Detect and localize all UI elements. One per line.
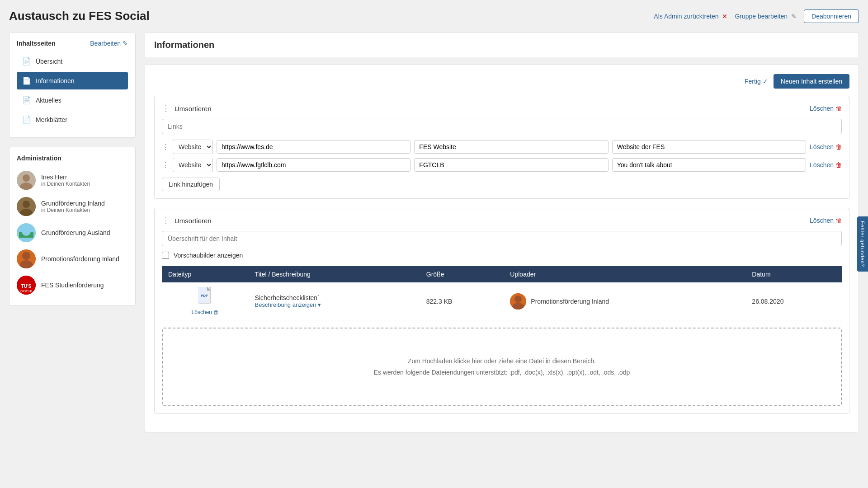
edit-icon: ✎ <box>123 40 128 47</box>
col-dateityp: Dateityp <box>162 266 249 282</box>
file-title-cell: Sicherheitschecklisten´ Beschreibung anz… <box>249 282 420 320</box>
svg-text:DOCH!: DOCH! <box>20 289 32 293</box>
sidebar-item-merkblatter[interactable]: 📄 Merkblätter <box>17 111 128 128</box>
uploader-info: Promotionsförderung Inland <box>510 293 739 310</box>
admin-item-ines[interactable]: Ines Herr in Deinen Kontakten <box>17 167 128 193</box>
link-title-input[interactable] <box>414 158 608 172</box>
upload-line1: Zum Hochladen klicke hier oder ziehe ein… <box>172 356 832 367</box>
group-edit-link[interactable]: Gruppe bearbeiten ✎ <box>735 13 797 20</box>
check-icon: ✓ <box>763 78 768 85</box>
sidebar-item-label: Informationen <box>36 77 75 84</box>
admin-name: Ines Herr <box>41 174 90 181</box>
admin-item-info: Promotionsförderung Inland <box>41 255 119 263</box>
drag-icon[interactable]: ⋮ <box>162 143 169 151</box>
admin-link[interactable]: Als Admin zurücktreten ✕ <box>654 13 727 20</box>
block-title-row: ⋮ Umsortieren <box>162 103 212 113</box>
link-url-input[interactable] <box>217 158 410 172</box>
col-grosse: Größe <box>420 266 504 282</box>
file-loeschen-cell: PDF Löschen 🗑 <box>168 287 242 315</box>
link-desc-input[interactable] <box>612 158 806 172</box>
uploader-cell: Promotionsförderung Inland <box>504 282 745 320</box>
content-block-links: ⋮ Umsortieren Löschen 🗑 ⋮ Website <box>154 96 849 199</box>
table-header-row: Dateityp Titel / Beschreibung Größe Uplo… <box>162 266 842 282</box>
vorschau-label[interactable]: Vorschaubilder anzeigen <box>174 252 243 259</box>
doc-icon: 📄 <box>22 115 31 124</box>
admin-item-pfi[interactable]: Promotionsförderung Inland <box>17 246 128 272</box>
link-url-input[interactable] <box>217 140 410 154</box>
drag-handle-icon[interactable]: ⋮ <box>162 216 170 225</box>
loeschen-link[interactable]: Löschen 🗑 <box>810 105 842 112</box>
link-desc-input[interactable] <box>612 140 806 154</box>
drag-icon[interactable]: ⋮ <box>162 161 169 169</box>
fertig-button[interactable]: Fertig ✓ <box>745 78 768 85</box>
svg-point-8 <box>22 227 31 236</box>
link-type-select[interactable]: Website Datei Intern <box>173 158 213 172</box>
link-title-input[interactable] <box>414 140 608 154</box>
feedback-tab[interactable]: Fehler gefunden? <box>857 216 868 272</box>
avatar <box>17 223 36 242</box>
x-icon: ✕ <box>722 13 727 20</box>
checkbox-row: Vorschaubilder anzeigen <box>162 252 842 259</box>
admin-section: Administration Ines Herr in Deinen Konta… <box>9 147 136 306</box>
chevron-down-icon: ▾ <box>318 301 321 308</box>
content-area: Fertig ✓ Neuen Inhalt erstellen ⋮ Umsort… <box>145 65 859 432</box>
doc-icon: 📄 <box>22 57 31 66</box>
link-loeschen-link[interactable]: Löschen 🗑 <box>810 143 842 150</box>
trash-icon: 🗑 <box>835 143 842 150</box>
uberschrift-input[interactable] <box>162 231 842 246</box>
block-title-row: ⋮ Umsortieren <box>162 216 212 225</box>
main-panel: Informationen Fertig ✓ Neuen Inhalt erst… <box>145 32 859 432</box>
loeschen-link[interactable]: Löschen 🗑 <box>810 217 842 224</box>
admin-sub: in Deinen Kontakten <box>41 181 90 187</box>
add-link-button[interactable]: Link hinzufügen <box>162 178 220 191</box>
doc-icon: 📄 <box>22 96 31 104</box>
svg-point-4 <box>23 201 30 208</box>
avatar <box>17 249 36 268</box>
sidebar-item-label: Aktuelles <box>36 97 61 104</box>
file-loeschen-link[interactable]: Löschen 🗑 <box>192 309 219 315</box>
svg-text:TU'S: TU'S <box>21 284 32 289</box>
deabonnieren-button[interactable]: Deabonnieren <box>804 9 859 23</box>
svg-point-19 <box>514 296 522 303</box>
main-panel-title: Informationen <box>154 40 214 50</box>
admin-name: Promotionsförderung Inland <box>41 255 119 263</box>
block-label: Umsortieren <box>175 105 212 113</box>
links-title-input[interactable] <box>162 119 842 134</box>
edit-pencil-icon: ✎ <box>791 13 797 20</box>
drag-handle-icon[interactable]: ⋮ <box>162 103 170 113</box>
page-title: Austausch zu FES Social <box>9 9 150 23</box>
link-loeschen-link[interactable]: Löschen 🗑 <box>810 161 842 169</box>
beschreibung-link[interactable]: Beschreibung anzeigen ▾ <box>255 301 414 308</box>
header-actions: Als Admin zurücktreten ✕ Gruppe bearbeit… <box>654 9 859 23</box>
admin-item-gfa[interactable]: Grundförderung Ausland <box>17 220 128 246</box>
pdf-icon: PDF <box>198 287 212 307</box>
sidebar-item-ubersicht[interactable]: 📄 Übersicht <box>17 52 128 70</box>
admin-item-info: Grundförderung Ausland <box>41 229 110 236</box>
file-size-cell: 822.3 KB <box>420 282 504 320</box>
admin-item-info: Grundförderung Inland in Deinen Kontakte… <box>41 200 105 213</box>
block-label: Umsortieren <box>175 217 212 225</box>
uploader-name: Promotionsförderung Inland <box>531 298 609 305</box>
admin-name: FES Studienförderung <box>41 282 104 289</box>
sidebar-edit-link[interactable]: Bearbeiten ✎ <box>90 40 128 47</box>
sidebar-item-label: Übersicht <box>36 58 62 65</box>
admin-item-gfi[interactable]: Grundförderung Inland in Deinen Kontakte… <box>17 193 128 220</box>
link-type-select[interactable]: Website Datei Intern <box>173 140 213 154</box>
main-panel-header: Informationen <box>145 32 859 57</box>
vorschau-checkbox[interactable] <box>162 252 169 259</box>
neuer-inhalt-button[interactable]: Neuen Inhalt erstellen <box>774 74 849 89</box>
date-cell: 26.08.2020 <box>745 282 842 320</box>
sidebar-item-aktuelles[interactable]: 📄 Aktuelles <box>17 91 128 109</box>
trash-icon: 🗑 <box>835 217 842 224</box>
sidebar-section-title: Inhaltsseiten <box>17 40 56 47</box>
upload-area[interactable]: Zum Hochladen klicke hier oder ziehe ein… <box>162 328 842 406</box>
trash-icon: 🗑 <box>835 161 842 169</box>
uploader-avatar <box>510 293 526 310</box>
svg-point-10 <box>22 252 30 260</box>
toolbar-row: Fertig ✓ Neuen Inhalt erstellen <box>154 74 849 89</box>
col-uploader: Uploader <box>504 266 745 282</box>
sidebar-header: Inhaltsseiten Bearbeiten ✎ <box>17 40 128 47</box>
admin-item-fes[interactable]: TU'SDOCH! FES Studienförderung <box>17 272 128 298</box>
block-header: ⋮ Umsortieren Löschen 🗑 <box>162 216 842 225</box>
sidebar-item-informationen[interactable]: 📄 Informationen <box>17 72 128 89</box>
